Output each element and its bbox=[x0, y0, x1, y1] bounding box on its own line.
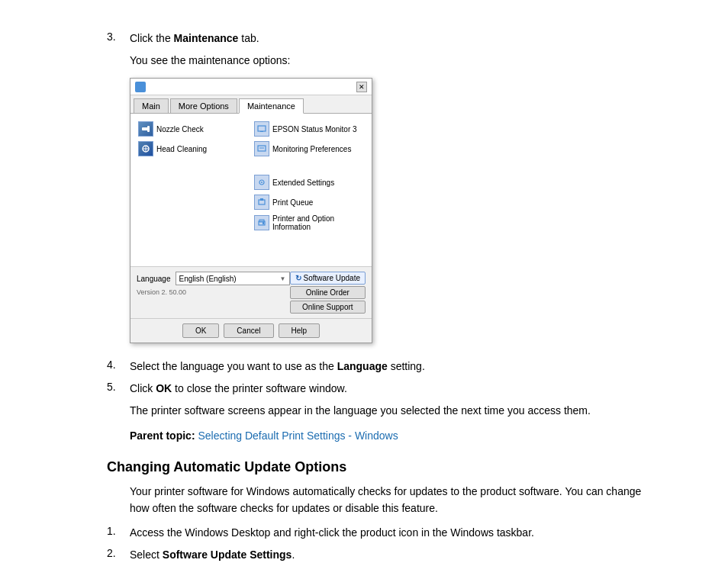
right-buttons-area: ↻ Software Update Online Order Online Su… bbox=[290, 272, 366, 314]
printer-option-info-label: Printer and Option Information bbox=[272, 214, 364, 231]
monitoring-prefs-label: Monitoring Preferences bbox=[272, 145, 351, 153]
sub-step-1: 1. Access the Windows Desktop and right-… bbox=[107, 525, 652, 541]
dialog-action-buttons: OK Cancel Help bbox=[130, 318, 372, 343]
dialog-window: ✕ Main More Options Maintenance bbox=[130, 78, 372, 343]
language-select[interactable]: English (English) ▼ bbox=[176, 272, 290, 285]
svg-rect-5 bbox=[258, 126, 266, 131]
monitoring-prefs-option[interactable]: Monitoring Preferences bbox=[254, 141, 364, 156]
tab-more-options[interactable]: More Options bbox=[170, 98, 237, 113]
svg-rect-0 bbox=[142, 127, 148, 130]
svg-point-10 bbox=[261, 182, 263, 183]
sub-step-2-number: 2. bbox=[107, 547, 130, 559]
printer-option-info-option[interactable]: Printer and Option Information bbox=[254, 214, 364, 231]
svg-rect-6 bbox=[260, 131, 263, 132]
nozzle-check-option[interactable]: Nozzle Check bbox=[138, 121, 248, 137]
sub-step-1-text: Access the Windows Desktop and right-cli… bbox=[130, 525, 534, 541]
online-support-button[interactable]: Online Support bbox=[290, 301, 366, 314]
step-3: 3. Click the Maintenance tab. bbox=[107, 31, 652, 47]
spacer bbox=[254, 161, 364, 170]
dialog-screenshot: ✕ Main More Options Maintenance bbox=[130, 78, 372, 343]
svg-rect-1 bbox=[147, 126, 150, 132]
svg-rect-15 bbox=[263, 222, 264, 224]
update-icon: ↻ bbox=[295, 274, 301, 282]
right-options-col: EPSON Status Monitor 3 Monitoring Prefer… bbox=[254, 121, 364, 231]
print-queue-label: Print Queue bbox=[272, 198, 313, 207]
dialog-title-icon bbox=[135, 82, 146, 92]
help-button[interactable]: Help bbox=[279, 323, 321, 338]
cancel-button[interactable]: Cancel bbox=[224, 323, 273, 338]
head-cleaning-label: Head Cleaning bbox=[156, 145, 207, 153]
step-4: 4. Select the language you want to use a… bbox=[107, 359, 652, 375]
language-bold: Language bbox=[337, 360, 388, 372]
close-icon[interactable]: ✕ bbox=[356, 82, 367, 92]
software-update-button[interactable]: ↻ Software Update bbox=[290, 272, 366, 285]
dialog-body: Nozzle Check Head Cleaning bbox=[130, 114, 372, 266]
dialog-options-area: Nozzle Check Head Cleaning bbox=[138, 121, 364, 231]
version-text: Version 2. 50.00 bbox=[137, 288, 290, 296]
dialog-titlebar: ✕ bbox=[130, 79, 372, 95]
dialog-titlebar-left bbox=[135, 82, 146, 92]
step-5-number: 5. bbox=[107, 381, 130, 393]
parent-topic: Parent topic: Selecting Default Print Se… bbox=[130, 428, 652, 444]
software-update-label: Software Update bbox=[304, 274, 361, 282]
epson-status-label: EPSON Status Monitor 3 bbox=[272, 125, 357, 134]
sub-step-2-text: Select Software Update Settings. bbox=[130, 547, 295, 563]
sub-step-2: 2. Select Software Update Settings. bbox=[107, 547, 652, 563]
tab-main[interactable]: Main bbox=[134, 98, 169, 113]
ok-button[interactable]: OK bbox=[182, 323, 219, 338]
nozzle-check-label: Nozzle Check bbox=[156, 125, 204, 134]
page-content: 3. Click the Maintenance tab. You see th… bbox=[0, 0, 728, 563]
extended-settings-option[interactable]: Extended Settings bbox=[254, 175, 364, 190]
chevron-down-icon: ▼ bbox=[280, 275, 286, 282]
step-4-text: Select the language you want to use as t… bbox=[130, 359, 425, 375]
dialog-bottom-area: Language English (English) ▼ Version 2. … bbox=[130, 266, 372, 318]
dialog-tabs: Main More Options Maintenance bbox=[130, 95, 372, 114]
software-update-settings-bold: Software Update Settings bbox=[163, 549, 292, 561]
section-heading: Changing Automatic Update Options bbox=[107, 459, 652, 475]
epson-status-icon bbox=[254, 121, 269, 137]
sub-step-1-number: 1. bbox=[107, 525, 130, 537]
svg-rect-12 bbox=[260, 198, 263, 201]
step-3-number: 3. bbox=[107, 31, 130, 43]
extended-settings-icon bbox=[254, 175, 269, 190]
lang-bottom-row: Language English (English) ▼ Version 2. … bbox=[137, 272, 366, 314]
print-queue-icon bbox=[254, 195, 269, 210]
nozzle-check-icon bbox=[138, 121, 153, 137]
head-cleaning-icon bbox=[138, 141, 153, 156]
step-5: 5. Click OK to close the printer softwar… bbox=[107, 381, 652, 397]
language-value: English (English) bbox=[179, 275, 237, 283]
ok-bold: OK bbox=[156, 382, 172, 394]
extended-settings-label: Extended Settings bbox=[272, 179, 334, 187]
online-order-button[interactable]: Online Order bbox=[290, 286, 366, 299]
step-5-text: Click OK to close the printer software w… bbox=[130, 381, 347, 397]
head-cleaning-option[interactable]: Head Cleaning bbox=[138, 141, 248, 156]
lang-left: Language English (English) ▼ Version 2. … bbox=[137, 272, 290, 296]
lang-row: Language English (English) ▼ bbox=[137, 272, 290, 285]
step-4-number: 4. bbox=[107, 359, 130, 371]
epson-status-monitor-option[interactable]: EPSON Status Monitor 3 bbox=[254, 121, 364, 137]
maintenance-subtext: You see the maintenance options: bbox=[130, 53, 652, 69]
parent-topic-label: Parent topic: bbox=[130, 429, 195, 442]
maintenance-bold: Maintenance bbox=[174, 32, 239, 44]
left-options-col: Nozzle Check Head Cleaning bbox=[138, 121, 248, 231]
print-queue-option[interactable]: Print Queue bbox=[254, 195, 364, 210]
step-3-text: Click the Maintenance tab. bbox=[130, 31, 259, 47]
tab-maintenance[interactable]: Maintenance bbox=[239, 98, 304, 114]
section-intro: Your printer software for Windows automa… bbox=[130, 483, 649, 517]
monitoring-prefs-icon bbox=[254, 141, 269, 156]
parent-topic-link[interactable]: Selecting Default Print Settings - Windo… bbox=[198, 429, 398, 442]
language-label: Language bbox=[137, 275, 171, 283]
printer-option-info-icon bbox=[254, 215, 269, 230]
note-text: The printer software screens appear in t… bbox=[130, 403, 652, 419]
